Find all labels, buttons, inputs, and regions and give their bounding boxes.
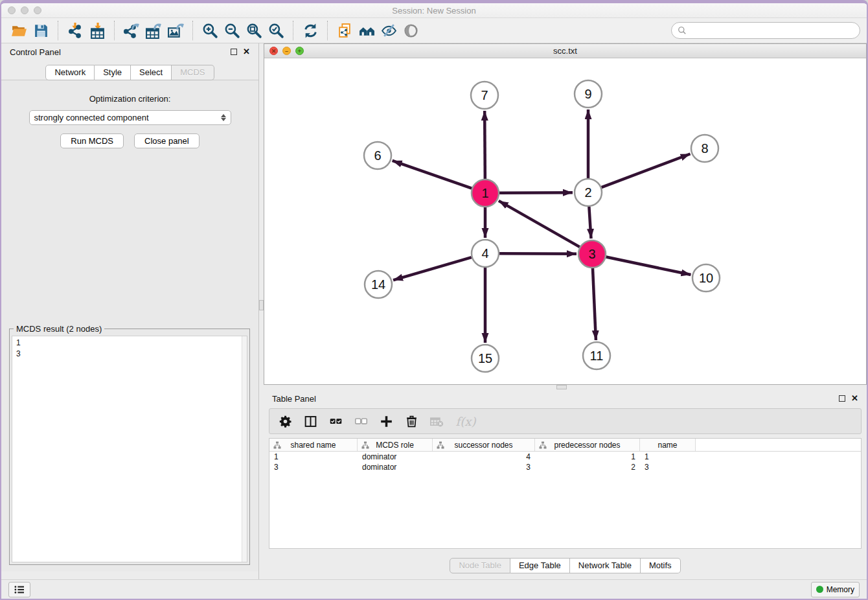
node-4[interactable]: 4 [472,240,499,267]
function-button: f(x) [454,413,477,429]
settings-button[interactable] [277,413,293,429]
tab-network-table[interactable]: Network Table [570,558,641,573]
edge-4-14[interactable] [393,257,472,280]
node-10[interactable]: 10 [692,264,720,292]
vertical-splitter[interactable] [258,43,264,579]
export-network-button[interactable] [120,21,143,40]
network-minimize-icon[interactable]: – [282,47,291,55]
edge-1-7[interactable] [485,111,485,179]
delete-row-button[interactable] [404,413,419,429]
node-7[interactable]: 7 [471,82,498,109]
svg-text:7: 7 [481,88,488,102]
mcds-result-textarea[interactable]: 1 3 [12,336,247,562]
zoom-out-icon [224,23,240,39]
edge-3-11[interactable] [593,268,596,340]
zoom-fit-button[interactable] [243,21,265,40]
node-8[interactable]: 8 [691,135,718,162]
deselect-all-button[interactable] [353,413,369,429]
svg-text:9: 9 [584,87,591,101]
import-network-button[interactable] [64,21,86,40]
refresh-icon [303,23,319,39]
network-canvas[interactable]: 7968124314101511 [264,58,866,384]
edge-4-3[interactable] [499,253,577,254]
splitter-handle[interactable] [259,300,264,310]
close-window-icon[interactable] [8,6,16,14]
table-row[interactable]: 3dominator323 [269,462,861,472]
open-session-icon [11,23,27,39]
import-table-button[interactable] [86,21,108,40]
application-window: Session: New Session Control Panel ✕ Net… [0,0,868,600]
node-9[interactable]: 9 [575,80,602,108]
hide-panel-button[interactable] [378,21,400,40]
delete-table-icon [430,415,444,428]
float-panel-icon[interactable] [231,49,237,55]
node-3[interactable]: 3 [578,240,606,268]
optimization-select[interactable]: strongly connected component [29,110,231,125]
run-mcds-button[interactable]: Run MCDS [60,133,124,148]
column-header-successor-nodes[interactable]: successor nodes [433,439,535,451]
export-image-icon [168,23,184,39]
columns-button[interactable] [303,413,318,429]
zoom-in-button[interactable] [199,21,221,40]
minimize-window-icon[interactable] [21,6,29,14]
memory-button[interactable]: Memory [811,582,860,597]
svg-text:10: 10 [699,271,713,285]
export-image-button[interactable] [165,21,187,40]
node-2[interactable]: 2 [575,179,602,206]
edge-3-10[interactable] [606,257,691,275]
window-title: Session: New Session [1,6,867,16]
zoom-out-button[interactable] [221,21,243,40]
close-table-panel-icon[interactable]: ✕ [851,395,858,402]
edge-1-2[interactable] [499,192,573,193]
first-neighbors-button[interactable] [356,21,378,40]
export-table-button[interactable] [143,21,165,40]
search-input[interactable] [690,25,854,36]
hide-panel-icon [381,23,397,39]
maximize-window-icon[interactable] [34,6,41,14]
edge-1-6[interactable] [393,161,472,189]
tab-network[interactable]: Network [45,65,95,80]
tab-mcds[interactable]: MCDS [172,65,214,80]
node-6[interactable]: 6 [364,142,391,169]
table-row[interactable]: 1dominator411 [269,452,861,462]
tab-select[interactable]: Select [131,65,172,80]
optimization-label: Optimization criterion: [1,94,258,104]
splitter-handle[interactable] [556,385,567,389]
open-session-button[interactable] [8,21,30,40]
refresh-button[interactable] [299,21,321,40]
save-session-button[interactable] [30,21,52,40]
horizontal-splitter[interactable] [264,385,867,390]
result-scrollbar[interactable] [242,336,247,562]
show-panel-button[interactable] [400,21,422,40]
node-15[interactable]: 15 [472,345,499,372]
network-close-icon[interactable]: ✕ [269,47,278,55]
task-history-button[interactable] [8,582,30,597]
clone-network-button[interactable] [334,21,356,40]
control-panel-header: Control Panel ✕ [1,43,258,60]
network-maximize-icon[interactable]: + [295,47,304,55]
zoom-selected-button[interactable] [265,21,287,40]
column-header-name[interactable]: name [640,439,696,451]
show-panel-icon [403,23,419,39]
add-row-button[interactable] [378,413,394,429]
close-panel-icon[interactable]: ✕ [243,49,250,55]
column-header-shared-name[interactable]: shared name [269,439,358,451]
tab-edge-table[interactable]: Edge Table [510,558,570,573]
edge-3-1[interactable] [499,201,580,247]
column-header-MCDS-role[interactable]: MCDS role [358,439,433,451]
tab-node-table[interactable]: Node Table [450,558,510,573]
svg-text:3: 3 [588,247,595,261]
edge-2-8[interactable] [602,154,691,187]
node-11[interactable]: 11 [583,342,610,369]
float-table-panel-icon[interactable] [839,395,845,402]
node-1[interactable]: 1 [472,179,499,207]
edge-2-3[interactable] [589,207,591,238]
mcds-result-lines: 1 3 [16,338,243,360]
import-network-icon [67,23,84,39]
tab-motifs[interactable]: Motifs [641,558,681,573]
column-header-predecessor-nodes[interactable]: predecessor nodes [535,439,640,451]
close-panel-button[interactable]: Close panel [134,133,200,148]
tab-style[interactable]: Style [95,65,131,80]
select-all-button[interactable] [328,413,343,429]
node-14[interactable]: 14 [365,271,392,298]
